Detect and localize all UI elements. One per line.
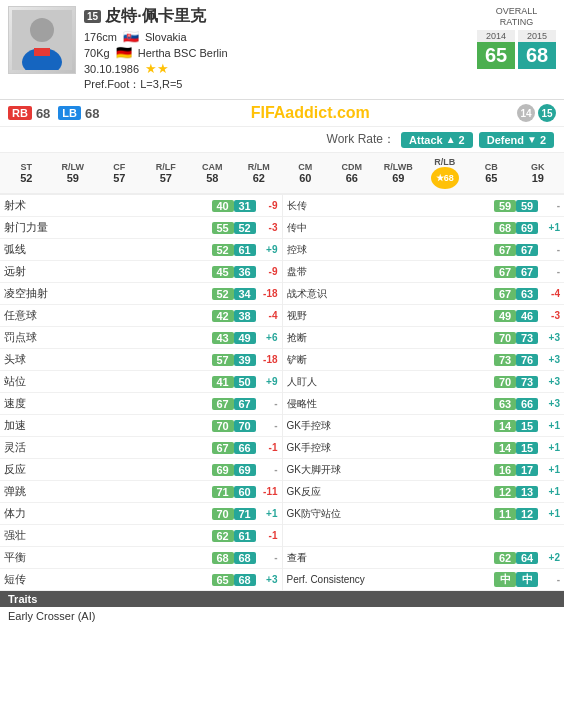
workrate-attack-btn[interactable]: Attack ▲ 2 — [401, 132, 473, 148]
stat-row: 灵活6766-1 — [0, 437, 282, 459]
info-dob: 30.10.1986 ★★ — [84, 61, 469, 76]
stat-row: GK防守站位1112+1 — [283, 503, 565, 525]
stat-val-2015: 50 — [234, 376, 256, 388]
stat-row — [283, 525, 565, 547]
stat-diff: +3 — [538, 398, 560, 409]
stat-diff: - — [538, 244, 560, 255]
stat-val-2014: 40 — [212, 200, 234, 212]
stat-label: 短传 — [4, 572, 212, 587]
stat-label: 长传 — [287, 199, 495, 213]
stat-val-2014: 43 — [212, 332, 234, 344]
stat-val-2015: 76 — [516, 354, 538, 366]
stat-pos-r/lwb: R/LWB69 — [376, 162, 421, 184]
stat-row: 控球6767- — [283, 239, 565, 261]
stat-row: 罚点球4349+6 — [0, 327, 282, 349]
stat-val-2015: 61 — [234, 530, 256, 542]
stat-val-2014: 67 — [212, 398, 234, 410]
player-nationality: Slovakia — [145, 31, 187, 43]
rating-2015-box: 2015 68 — [518, 30, 556, 69]
stat-pos-label: CAM — [202, 162, 223, 172]
stat-pos-label: R/LW — [62, 162, 85, 172]
stat-val-2015: 67 — [234, 398, 256, 410]
rating-value-2014: 65 — [477, 42, 515, 69]
stat-row: 盘带6767- — [283, 261, 565, 283]
workrate-row: Work Rate： Attack ▲ 2 Defend ▼ 2 — [0, 127, 564, 153]
stat-label: 反应 — [4, 462, 212, 477]
stat-row: 任意球4238-4 — [0, 305, 282, 327]
stat-diff: +3 — [538, 354, 560, 365]
stat-label: 铲断 — [287, 353, 495, 367]
stat-diff: +1 — [538, 222, 560, 233]
stat-val-2015: 60 — [234, 486, 256, 498]
site-name: FIFAaddict.com — [108, 104, 514, 122]
page-num-15[interactable]: 15 — [538, 104, 556, 122]
stat-val-2014: 14 — [494, 420, 516, 432]
stat-val-2014: 59 — [494, 200, 516, 212]
stat-val-2014: 68 — [494, 222, 516, 234]
stat-row: 查看6264+2 — [283, 547, 565, 569]
stat-label: GK反应 — [287, 485, 495, 499]
player-name: 皮特·佩卡里克 — [105, 6, 205, 27]
player-weight: 70Kg — [84, 47, 110, 59]
stat-row: 反应6969- — [0, 459, 282, 481]
stat-val-2014: 45 — [212, 266, 234, 278]
stat-diff: -11 — [256, 486, 278, 497]
stat-label: 侵略性 — [287, 397, 495, 411]
stat-pos-value: 62 — [253, 172, 265, 184]
stat-diff: -9 — [256, 200, 278, 211]
stat-diff: +1 — [538, 464, 560, 475]
defend-val: 2 — [540, 134, 546, 146]
stat-val-2015: 64 — [516, 552, 538, 564]
stat-row: 体力7071+1 — [0, 503, 282, 525]
page-num-14[interactable]: 14 — [517, 104, 535, 122]
stat-row: 战术意识6763-4 — [283, 283, 565, 305]
stat-row: 站位4150+9 — [0, 371, 282, 393]
overall-label: OVERALLRATING — [496, 6, 538, 28]
info-weight: 70Kg 🇩🇪 Hertha BSC Berlin — [84, 45, 469, 60]
page-nums: 14 15 — [517, 104, 556, 122]
lb-value: 68 — [85, 106, 99, 121]
right-stats-col: 长传5959-传中6869+1控球6767-盘带6767-战术意识6763-4视… — [283, 195, 565, 591]
stat-val-2015: 15 — [516, 420, 538, 432]
stat-label: 传中 — [287, 221, 495, 235]
stat-pos-r/lb: R/LB★68 — [423, 157, 468, 189]
stat-label: 弧线 — [4, 242, 212, 257]
attack-val: 2 — [459, 134, 465, 146]
stat-val-2014: 70 — [494, 332, 516, 344]
attack-arrow-icon: ▲ — [446, 134, 456, 145]
stat-pos-label: R/LB — [434, 157, 455, 167]
stat-label: 平衡 — [4, 550, 212, 565]
rating-value-2015: 68 — [518, 42, 556, 69]
stat-label: 人盯人 — [287, 375, 495, 389]
stat-pos-cdm: CDM66 — [330, 162, 375, 184]
stat-positions-row: ST52R/LW59CF57R/LF57CAM58R/LM62CM60CDM66… — [0, 153, 564, 195]
stat-row: 传中6869+1 — [283, 217, 565, 239]
stat-val-2015: 69 — [234, 464, 256, 476]
stat-val-2015: 12 — [516, 508, 538, 520]
workrate-defend-btn[interactable]: Defend ▼ 2 — [479, 132, 554, 148]
stat-row: 平衡6868- — [0, 547, 282, 569]
stat-val-2014: 69 — [212, 464, 234, 476]
stat-diff: -4 — [256, 310, 278, 321]
stat-pos-value: 58 — [206, 172, 218, 184]
stat-val-2015: 66 — [234, 442, 256, 454]
stat-val-2015: 59 — [516, 200, 538, 212]
stat-pos-gk: GK19 — [516, 162, 561, 184]
stat-val-2015: 中 — [516, 572, 538, 587]
stat-val-2015: 52 — [234, 222, 256, 234]
stat-label: 头球 — [4, 352, 212, 367]
rating-2014-box: 2014 65 — [477, 30, 515, 69]
stat-val-2015: 39 — [234, 354, 256, 366]
stat-label: GK大脚开球 — [287, 463, 495, 477]
attack-label: Attack — [409, 134, 443, 146]
player-club: Hertha BSC Berlin — [138, 47, 228, 59]
positions-bar: RB 68 LB 68 FIFAaddict.com 14 15 — [0, 100, 564, 127]
stat-row: 射术4031-9 — [0, 195, 282, 217]
player-header: 15 皮特·佩卡里克 176cm 🇸🇰 Slovakia 70Kg 🇩🇪 Her… — [0, 0, 564, 100]
stat-diff: +6 — [256, 332, 278, 343]
stat-val-2014: 49 — [494, 310, 516, 322]
stat-row: GK反应1213+1 — [283, 481, 565, 503]
stat-row: 速度6767- — [0, 393, 282, 415]
stat-pos-value: 66 — [346, 172, 358, 184]
rb-badge: RB — [8, 106, 32, 120]
